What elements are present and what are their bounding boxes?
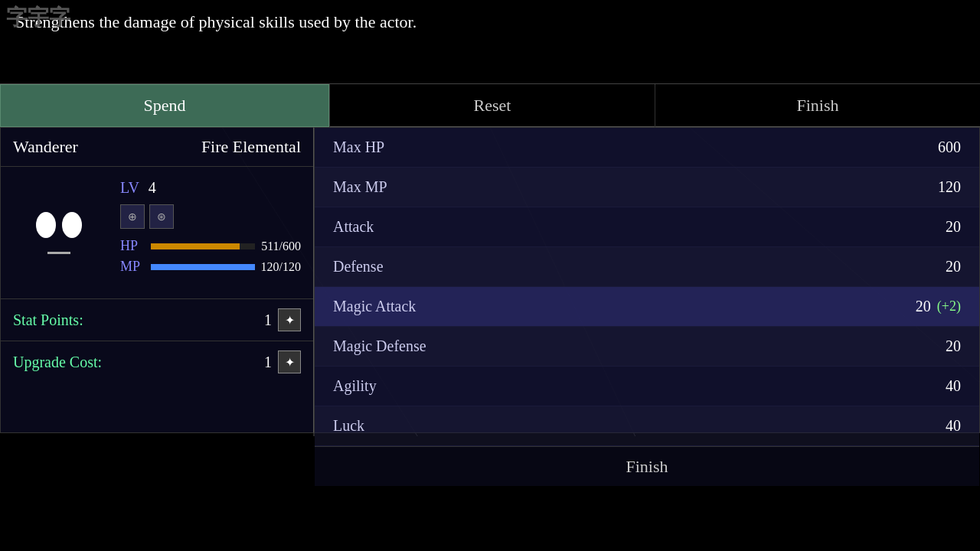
upgrade-cost-value-container: 1 ✦ (264, 350, 301, 373)
character-body: LV 4 ⊕ ⊛ HP 511/600 MP (1, 167, 313, 298)
stat-bonus-4: (+2) (937, 298, 961, 315)
stat-name-1: Max MP (333, 178, 387, 196)
stat-name-7: Luck (333, 417, 364, 435)
finish-bottom-text: Finish (626, 457, 668, 477)
stat-points-section: Stat Points: 1 ✦ (1, 298, 313, 341)
stat-value-1: 120 (938, 178, 961, 196)
stat-row-max-hp[interactable]: Max HP600 (315, 128, 979, 168)
stat-row-defense[interactable]: Defense20 (315, 247, 979, 287)
stats-panel: Max HP600Max MP120Attack20Defense20Magic… (314, 127, 980, 433)
hp-label: HP (120, 238, 145, 254)
stat-row-attack[interactable]: Attack20 (315, 207, 979, 247)
character-panel: Wanderer Fire Elemental LV 4 ⊕ (0, 127, 314, 433)
level-row: LV 4 (120, 179, 301, 197)
sprite-mouth (47, 252, 70, 254)
stat-value-2: 20 (946, 218, 961, 236)
level-value: 4 (149, 179, 156, 197)
stat-value-4: 20(+2) (916, 298, 961, 315)
character-name: Wanderer (13, 137, 78, 157)
mp-value: 120/120 (261, 260, 301, 274)
character-sprite (13, 179, 105, 286)
spend-button[interactable]: Spend (0, 84, 329, 127)
mp-row: MP 120/120 (120, 259, 301, 275)
eye-left (36, 212, 56, 238)
stat-row-magic-attack[interactable]: Magic Attack20(+2) (315, 287, 979, 327)
icon-skill-2: ⊛ (149, 204, 174, 229)
stat-value-0: 600 (938, 139, 961, 156)
stat-name-6: Agility (333, 377, 377, 395)
upgrade-cost-icon: ✦ (278, 350, 301, 373)
main-content: Wanderer Fire Elemental LV 4 ⊕ (0, 127, 980, 433)
stat-points-icon: ✦ (278, 308, 301, 331)
stat-points-value-container: 1 ✦ (264, 308, 301, 331)
level-label: LV (120, 179, 139, 197)
character-class: Fire Elemental (201, 137, 301, 157)
sprite-eyes (36, 212, 82, 238)
finish-top-button[interactable]: Finish (655, 84, 980, 127)
hp-bar-fill (151, 243, 240, 249)
jp-decoration: 字宇字 (0, 0, 77, 35)
stat-name-2: Attack (333, 218, 374, 236)
action-buttons-row: Spend Reset Finish (0, 84, 980, 127)
stat-name-0: Max HP (333, 139, 384, 156)
stat-value-7: 40 (946, 417, 961, 435)
stat-value-6: 40 (946, 377, 961, 395)
upgrade-cost-label: Upgrade Cost: (13, 354, 102, 371)
stat-row-agility[interactable]: Agility40 (315, 367, 979, 406)
stat-row-max-mp[interactable]: Max MP120 (315, 168, 979, 207)
eye-right (62, 212, 82, 238)
icons-row: ⊕ ⊛ (120, 204, 301, 229)
stats-area: LV 4 ⊕ ⊛ HP 511/600 MP (120, 179, 301, 279)
description-area: 字宇字 Strengthens the damage of physical s… (0, 0, 980, 84)
stat-value-5: 20 (946, 337, 961, 355)
hp-row: HP 511/600 (120, 238, 301, 254)
stat-row-luck[interactable]: Luck40 (315, 406, 979, 446)
finish-bottom-row[interactable]: Finish (315, 446, 979, 486)
stat-name-3: Defense (333, 258, 384, 276)
stat-points-number: 1 (264, 311, 272, 329)
hp-value: 511/600 (261, 240, 301, 253)
mp-bar (151, 264, 255, 270)
description-text: Strengthens the damage of physical skill… (15, 11, 965, 34)
character-header: Wanderer Fire Elemental (1, 128, 313, 167)
stat-value-3: 20 (946, 258, 961, 276)
stat-name-5: Magic Defense (333, 337, 426, 355)
mp-bar-fill (151, 264, 255, 270)
mp-label: MP (120, 259, 145, 275)
icon-skill-1: ⊕ (120, 204, 145, 229)
stat-name-4: Magic Attack (333, 298, 416, 315)
stat-points-label: Stat Points: (13, 311, 83, 329)
hp-bar (151, 243, 255, 249)
upgrade-cost-number: 1 (264, 354, 272, 371)
upgrade-cost-section: Upgrade Cost: 1 ✦ (1, 341, 313, 383)
stat-row-magic-defense[interactable]: Magic Defense20 (315, 327, 979, 367)
reset-button[interactable]: Reset (329, 84, 655, 127)
